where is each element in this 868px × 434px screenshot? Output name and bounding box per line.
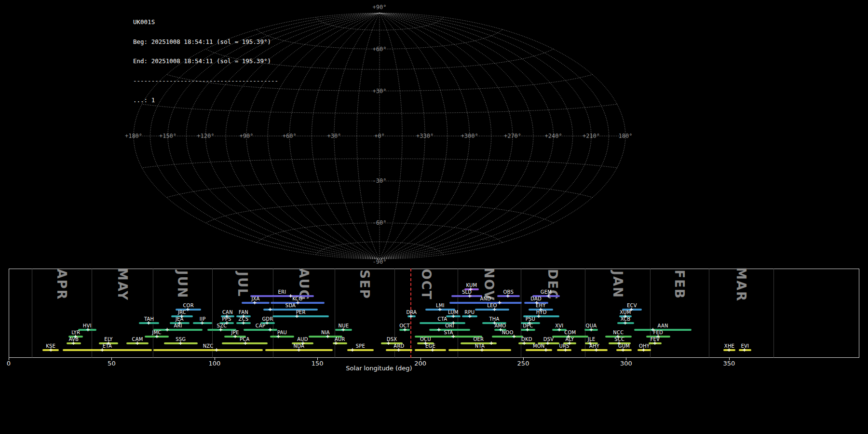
shower-peak-marker: +: [386, 340, 391, 346]
activity-timeline-chart: APRMAYJUNJULAUGSEPOCTNOVDECJANFEBMAR0501…: [0, 0, 868, 434]
shower-peak-marker: +: [49, 347, 53, 353]
shower-peak-marker: +: [268, 327, 272, 332]
shower-label: ERI: [278, 289, 286, 295]
shower-peak-marker: +: [589, 327, 593, 332]
shower-label: NZC: [203, 343, 214, 349]
shower-peak-marker: +: [543, 347, 548, 353]
shower-peak-marker: +: [641, 347, 646, 353]
shower-peak-marker: +: [243, 340, 247, 346]
axis-tick-label: 50: [108, 360, 116, 367]
shower-bar: [492, 336, 523, 338]
month-label: MAR: [734, 267, 748, 302]
axis-tick-label: 250: [517, 360, 529, 367]
shower-bar: [449, 302, 522, 304]
shower-peak-marker: +: [295, 313, 299, 319]
shower-peak-marker: +: [396, 347, 401, 353]
shower-peak-marker: +: [252, 300, 257, 305]
axis-tick-label: 350: [723, 360, 735, 367]
shower-label: AND: [480, 296, 491, 301]
radiant-map-screen: +180°+150°+120°+90°+60°+30°+0°+330°+300°…: [0, 0, 868, 434]
shower-peak-marker: +: [71, 340, 76, 346]
month-gridline: [585, 269, 585, 358]
shower-peak-marker: +: [727, 347, 731, 353]
shower-peak-marker: +: [341, 327, 345, 332]
shower-label: CTA: [438, 316, 448, 322]
axis-tick-label: 0: [7, 360, 11, 367]
shower-peak-marker: +: [525, 327, 529, 332]
shower-peak-marker: +: [178, 340, 183, 346]
shower-bar: [270, 336, 294, 338]
shower-peak-marker: +: [546, 340, 550, 346]
month-label: SEP: [357, 270, 372, 299]
shower-peak-marker: +: [147, 320, 151, 326]
month-label: JUN: [175, 271, 190, 299]
shower-peak-marker: +: [297, 347, 301, 353]
month-label: MAY: [115, 268, 130, 301]
shower-peak-marker: +: [334, 340, 338, 346]
shower-peak-marker: +: [594, 347, 598, 353]
shower-peak-marker: +: [403, 327, 407, 332]
shower-peak-marker: +: [241, 320, 245, 326]
axis-tick-label: 300: [620, 360, 632, 367]
shower-peak-marker: +: [563, 347, 568, 353]
shower-peak-marker: +: [438, 307, 442, 312]
month-label: JUL: [235, 271, 250, 297]
shower-peak-marker: +: [467, 293, 472, 298]
shower-peak-marker: +: [268, 307, 272, 312]
shower-bar: [420, 322, 465, 324]
month-gridline: [32, 269, 32, 358]
axis-tick-label: 150: [312, 360, 324, 367]
shower-peak-marker: +: [467, 313, 472, 319]
shower-peak-marker: +: [451, 313, 455, 319]
shower-peak-marker: +: [653, 340, 657, 346]
shower-peak-marker: +: [546, 293, 550, 298]
shower-label: AAN: [658, 323, 668, 328]
shower-peak-marker: +: [408, 313, 413, 319]
shower-label: SDA: [285, 303, 296, 308]
shower-peak-marker: +: [621, 347, 625, 353]
shower-peak-marker: +: [505, 293, 510, 298]
shower-peak-marker: +: [265, 320, 269, 326]
shower-peak-marker: +: [742, 347, 746, 353]
month-gridline: [273, 269, 273, 358]
shower-peak-marker: +: [233, 334, 237, 339]
shower-label: ARI: [174, 323, 182, 328]
month-label: FEB: [672, 270, 687, 299]
axis-tick-label: 200: [414, 360, 426, 367]
shower-peak-marker: +: [489, 340, 493, 346]
shower-peak-marker: +: [214, 347, 218, 353]
shower-bar: [153, 349, 263, 351]
shower-peak-marker: +: [200, 320, 204, 326]
shower-label: OER: [474, 337, 484, 342]
x-axis-title: Solar longitude (deg): [346, 365, 412, 372]
axis-tick-label: 100: [208, 360, 220, 367]
month-label: JAN: [610, 271, 625, 298]
shower-peak-marker: +: [492, 307, 497, 312]
shower-peak-marker: +: [557, 327, 561, 332]
shower-peak-marker: +: [276, 334, 280, 339]
shower-peak-marker: +: [296, 300, 300, 305]
shower-peak-marker: +: [100, 347, 105, 353]
shower-peak-marker: +: [451, 334, 455, 339]
shower-label: MON: [533, 343, 545, 349]
shower-peak-marker: +: [218, 327, 223, 332]
shower-bar: [272, 315, 329, 317]
shower-peak-marker: +: [186, 307, 190, 312]
shower-peak-marker: +: [512, 334, 516, 339]
shower-peak-marker: +: [350, 347, 354, 353]
shower-peak-marker: +: [326, 334, 330, 339]
shower-peak-marker: +: [623, 320, 627, 326]
shower-peak-marker: +: [86, 327, 90, 332]
shower-peak-marker: +: [522, 340, 527, 346]
month-gridline: [521, 269, 521, 358]
month-gridline: [773, 269, 774, 358]
shower-bar: [451, 295, 482, 297]
shower-bar: [250, 295, 314, 297]
shower-peak-marker: +: [431, 347, 435, 353]
month-gridline: [709, 269, 709, 358]
shower-peak-marker: +: [135, 340, 139, 346]
shower-peak-marker: +: [497, 300, 502, 305]
month-gridline: [153, 269, 153, 358]
month-gridline: [92, 269, 92, 358]
shower-peak-marker: +: [480, 347, 484, 353]
